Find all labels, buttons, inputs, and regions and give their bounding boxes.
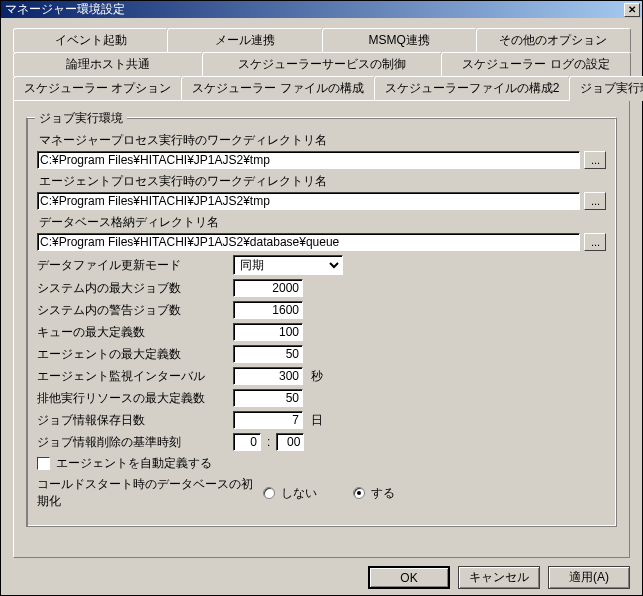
content-area: イベント起動 メール連携 MSMQ連携 その他のオプション 論理ホスト共通 スケ…	[1, 18, 642, 558]
input-agent-workdir[interactable]	[37, 192, 580, 210]
manager-env-settings-window: マネージャー環境設定 ✕ イベント起動 メール連携 MSMQ連携 その他のオプシ…	[0, 0, 643, 596]
checkbox-auto-define-agent[interactable]	[37, 457, 50, 470]
window-title: マネージャー環境設定	[5, 1, 624, 18]
tabs: イベント起動 メール連携 MSMQ連携 その他のオプション 論理ホスト共通 スケ…	[13, 28, 630, 558]
label-cold-init: コールドスタート時のデータベースの初期化	[37, 476, 257, 510]
titlebar: マネージャー環境設定 ✕	[1, 1, 642, 18]
input-delete-hour[interactable]	[233, 433, 261, 451]
close-icon[interactable]: ✕	[624, 3, 640, 17]
input-db-dir[interactable]	[37, 233, 580, 251]
label-queue-max: キューの最大定義数	[37, 324, 227, 341]
input-delete-min[interactable]	[276, 433, 304, 451]
input-retain-days[interactable]	[233, 411, 303, 429]
select-update-mode[interactable]: 同期	[233, 255, 343, 275]
input-max-jobs[interactable]	[233, 279, 303, 297]
input-agent-max[interactable]	[233, 345, 303, 363]
unit-seconds: 秒	[311, 368, 323, 385]
input-manager-workdir[interactable]	[37, 151, 580, 169]
label-cold-yes: する	[371, 485, 395, 502]
time-colon: :	[267, 435, 270, 449]
tab-row-3: スケジューラー オプション スケジューラー ファイルの構成 スケジューラーファイ…	[13, 76, 630, 100]
label-delete-time: ジョブ情報削除の基準時刻	[37, 434, 227, 451]
ok-button[interactable]: OK	[368, 566, 450, 589]
label-update-mode: データファイル更新モード	[37, 257, 227, 274]
label-excl-max: 排他実行リソースの最大定義数	[37, 390, 227, 407]
label-manager-workdir: マネージャープロセス実行時のワークディレクトリ名	[39, 132, 606, 149]
tab-scheduler-options[interactable]: スケジューラー オプション	[13, 76, 182, 100]
label-db-dir: データベース格納ディレクトリ名	[39, 214, 606, 231]
label-retain-days: ジョブ情報保存日数	[37, 412, 227, 429]
tab-scheduler-service-ctrl[interactable]: スケジューラーサービスの制御	[202, 52, 442, 76]
apply-button[interactable]: 適用(A)	[548, 566, 630, 589]
input-agent-interval[interactable]	[233, 367, 303, 385]
radio-cold-init-no[interactable]	[263, 487, 275, 499]
label-auto-define-agent: エージェントを自動定義する	[56, 455, 212, 472]
browse-db-dir[interactable]: ...	[584, 233, 606, 251]
unit-days: 日	[311, 412, 323, 429]
dialog-button-bar: OK キャンセル 適用(A)	[1, 558, 642, 596]
tab-scheduler-file2[interactable]: スケジューラーファイルの構成2	[374, 76, 571, 100]
tab-row-1: イベント起動 メール連携 MSMQ連携 その他のオプション	[13, 28, 630, 52]
browse-manager-workdir[interactable]: ...	[584, 151, 606, 169]
label-cold-no: しない	[281, 485, 317, 502]
label-max-jobs: システム内の最大ジョブ数	[37, 280, 227, 297]
group-job-exec-env: ジョブ実行環境 マネージャープロセス実行時のワークディレクトリ名 ... エージ…	[26, 117, 617, 527]
tab-job-exec-env[interactable]: ジョブ実行環境	[569, 76, 643, 101]
radio-cold-init-yes[interactable]	[353, 487, 365, 499]
input-excl-max[interactable]	[233, 389, 303, 407]
tab-mail[interactable]: メール連携	[167, 28, 322, 52]
tab-event-startup[interactable]: イベント起動	[13, 28, 168, 52]
tab-scheduler-log[interactable]: スケジューラー ログの設定	[441, 52, 631, 76]
input-warn-jobs[interactable]	[233, 301, 303, 319]
label-agent-workdir: エージェントプロセス実行時のワークディレクトリ名	[39, 173, 606, 190]
tab-other-options[interactable]: その他のオプション	[476, 28, 631, 52]
tab-logical-host[interactable]: 論理ホスト共通	[13, 52, 203, 76]
tab-row-2: 論理ホスト共通 スケジューラーサービスの制御 スケジューラー ログの設定	[13, 52, 630, 76]
browse-agent-workdir[interactable]: ...	[584, 192, 606, 210]
label-agent-max: エージェントの最大定義数	[37, 346, 227, 363]
label-warn-jobs: システム内の警告ジョブ数	[37, 302, 227, 319]
tab-scheduler-file[interactable]: スケジューラー ファイルの構成	[181, 76, 374, 100]
label-agent-interval: エージェント監視インターバル	[37, 368, 227, 385]
cancel-button[interactable]: キャンセル	[458, 566, 540, 589]
input-queue-max[interactable]	[233, 323, 303, 341]
tab-msmq[interactable]: MSMQ連携	[322, 28, 477, 52]
group-legend: ジョブ実行環境	[35, 110, 127, 127]
tab-panel-job-exec-env: ジョブ実行環境 マネージャープロセス実行時のワークディレクトリ名 ... エージ…	[13, 100, 630, 558]
